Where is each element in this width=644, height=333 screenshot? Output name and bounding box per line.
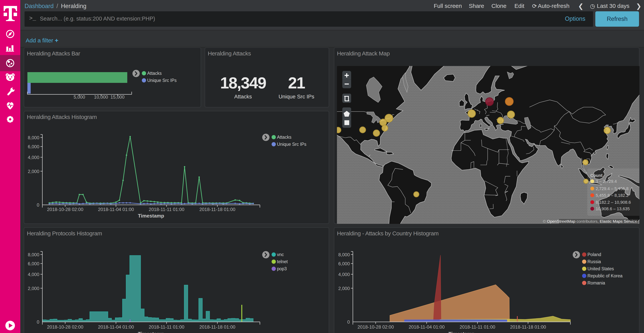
svg-text:2,729.4 – 5,455.8: 2,729.4 – 5,455.8 — [596, 186, 628, 191]
svg-text:0: 0 — [37, 202, 39, 208]
svg-text:2,000: 2,000 — [28, 169, 39, 174]
svg-text:Romania: Romania — [588, 280, 605, 285]
svg-text:2018-10-28 02:00: 2018-10-28 02:00 — [358, 324, 394, 329]
svg-text:0: 0 — [347, 319, 350, 324]
svg-text:4,000: 4,000 — [28, 155, 39, 160]
svg-text:Republic of Korea: Republic of Korea — [588, 273, 622, 278]
svg-text:Timestamp: Timestamp — [448, 331, 475, 333]
svg-text:Unique Src IPs: Unique Src IPs — [147, 78, 176, 83]
svg-text:10,000: 10,000 — [94, 94, 108, 100]
svg-text:8,000: 8,000 — [338, 252, 350, 257]
svg-text:Attacks: Attacks — [147, 71, 162, 76]
svg-text:4,000: 4,000 — [338, 272, 350, 277]
svg-text:15,000: 15,000 — [110, 94, 124, 100]
svg-text:2018-11-04 01:00: 2018-11-04 01:00 — [409, 324, 445, 329]
svg-text:2018-11-11 01:00: 2018-11-11 01:00 — [149, 324, 184, 329]
svg-text:2,000: 2,000 — [338, 286, 350, 291]
svg-text:2018-10-28 02:00: 2018-10-28 02:00 — [47, 324, 84, 329]
svg-text:Timestamp: Timestamp — [138, 331, 164, 333]
svg-text:2,000: 2,000 — [28, 286, 39, 291]
svg-text:Unique Src IPs: Unique Src IPs — [277, 142, 306, 147]
svg-text:8,182.2 – 10,908.6: 8,182.2 – 10,908.6 — [596, 200, 631, 205]
svg-text:2018-11-18 01:00: 2018-11-18 01:00 — [510, 324, 546, 329]
svg-text:Timestamp: Timestamp — [138, 213, 164, 219]
svg-text:10,908.6 – 13,635: 10,908.6 – 13,635 — [596, 206, 630, 211]
svg-text:telnet: telnet — [277, 259, 288, 264]
svg-text:6,000: 6,000 — [28, 144, 39, 149]
svg-text:2018-11-18 01:00: 2018-11-18 01:00 — [199, 207, 235, 212]
svg-text:2018-11-18 01:00: 2018-11-18 01:00 — [199, 324, 235, 329]
svg-text:2018-11-11 01:00: 2018-11-11 01:00 — [149, 207, 184, 212]
svg-text:8,000: 8,000 — [28, 135, 39, 140]
svg-text:2018-11-04 01:00: 2018-11-04 01:00 — [98, 207, 134, 212]
svg-text:2018-11-11 01:00: 2018-11-11 01:00 — [460, 324, 495, 329]
svg-text:5,455.8 – 8,182.2: 5,455.8 – 8,182.2 — [596, 193, 628, 198]
svg-text:Count: Count — [590, 173, 602, 178]
svg-text:6,000: 6,000 — [338, 261, 350, 266]
svg-text:4,000: 4,000 — [28, 272, 39, 277]
svg-text:United States: United States — [588, 266, 614, 271]
svg-text:2018-11-04 01:00: 2018-11-04 01:00 — [98, 324, 134, 329]
svg-text:vnc: vnc — [277, 252, 284, 257]
svg-text:8,000: 8,000 — [28, 252, 39, 257]
svg-text:Attacks: Attacks — [277, 135, 291, 140]
svg-text:3 – 2,729.4: 3 – 2,729.4 — [596, 179, 617, 184]
svg-text:5,000: 5,000 — [74, 94, 85, 100]
svg-text:6,000: 6,000 — [28, 261, 39, 266]
svg-text:pop3: pop3 — [277, 266, 287, 271]
svg-text:Poland: Poland — [588, 252, 601, 257]
svg-text:Russia: Russia — [588, 259, 601, 264]
svg-text:2018-10-28 02:00: 2018-10-28 02:00 — [47, 207, 84, 212]
svg-text:0: 0 — [37, 319, 39, 324]
svg-text:© OpenStreetMap contributors,: © OpenStreetMap contributors, Elastic Ma… — [543, 219, 637, 223]
